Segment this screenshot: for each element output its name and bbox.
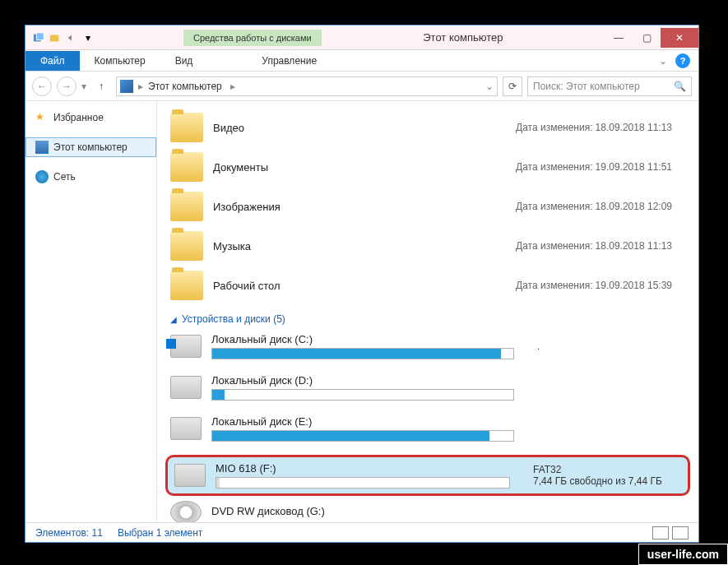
history-dropdown-icon[interactable]: ▾ xyxy=(81,81,86,92)
address-dropdown-icon[interactable]: ⌄ xyxy=(485,81,494,92)
drive-meta: FAT32 7,44 ГБ свободно из 7,44 ГБ xyxy=(533,464,681,487)
pc-icon xyxy=(35,141,49,154)
pc-icon xyxy=(120,80,133,93)
list-item[interactable]: Видео Дата изменения: 18.09.2018 11:13 xyxy=(170,108,685,147)
breadcrumb[interactable]: Этот компьютер xyxy=(148,81,222,92)
drive-meta: . xyxy=(537,341,685,351)
properties-icon[interactable] xyxy=(32,31,45,44)
sidebar-item-favorites[interactable]: ★ Избранное xyxy=(26,108,156,127)
tab-file[interactable]: Файл xyxy=(26,51,80,71)
sidebar-item-network[interactable]: Сеть xyxy=(26,167,156,187)
explorer-window: ▾ Средства работы с дисками Этот компьют… xyxy=(25,25,699,543)
back-button[interactable]: ← xyxy=(32,76,52,96)
window-title: Этот компьютер xyxy=(322,31,605,44)
list-item[interactable]: Документы Дата изменения: 19.09.2018 11:… xyxy=(170,147,685,187)
drive-filesystem: FAT32 xyxy=(533,464,681,475)
folder-icon xyxy=(170,271,203,300)
details-view-button[interactable] xyxy=(652,526,669,540)
svg-rect-2 xyxy=(50,35,59,41)
search-icon[interactable]: 🔍 xyxy=(674,81,686,92)
network-icon xyxy=(35,170,49,183)
drive-item-selected[interactable]: MIO 618 (F:) FAT32 7,44 ГБ свободно из 7… xyxy=(165,455,690,496)
group-header-devices[interactable]: ◢ Устройства и диски (5) xyxy=(170,305,685,330)
capacity-bar xyxy=(216,477,510,489)
up-button[interactable]: ↑ xyxy=(91,76,111,96)
drive-item[interactable]: Локальный диск (D:) xyxy=(170,371,685,412)
capacity-bar xyxy=(211,348,514,359)
drive-icon xyxy=(174,464,206,487)
folder-icon xyxy=(170,231,203,261)
sidebar-item-label: Избранное xyxy=(53,112,104,123)
search-input[interactable]: Поиск: Этот компьютер 🔍 xyxy=(527,76,692,96)
ribbon-expand-icon[interactable]: ⌄ xyxy=(659,55,667,67)
status-bar: Элементов: 11 Выбран 1 элемент xyxy=(26,522,698,542)
content-area: ★ Избранное Этот компьютер Сеть Видео Да… xyxy=(26,101,698,522)
item-name: Видео xyxy=(213,122,244,134)
tiles-view-button[interactable] xyxy=(672,526,689,540)
folder-icon xyxy=(170,192,203,221)
watermark: user-life.com xyxy=(638,544,728,565)
search-placeholder: Поиск: Этот компьютер xyxy=(533,81,640,92)
drive-icon xyxy=(170,335,202,358)
drive-name: MIO 618 (F:) xyxy=(216,462,510,475)
sidebar-item-this-pc[interactable]: Этот компьютер xyxy=(26,137,156,157)
list-item[interactable]: Изображения Дата изменения: 18.09.2018 1… xyxy=(170,187,685,226)
drive-icon xyxy=(170,417,202,440)
new-folder-icon[interactable] xyxy=(49,31,62,44)
item-name: Документы xyxy=(213,161,268,174)
quick-access-toolbar: ▾ xyxy=(26,31,101,44)
folder-icon xyxy=(170,113,203,142)
ribbon-tabs: Файл Компьютер Вид Управление ⌄ ? xyxy=(26,50,698,72)
status-selected-count: Выбран 1 элемент xyxy=(118,527,202,539)
undo-icon[interactable] xyxy=(65,31,78,44)
breadcrumb-separator[interactable]: ▸ xyxy=(138,81,143,92)
capacity-bar xyxy=(211,430,514,442)
sidebar-item-label: Сеть xyxy=(53,171,76,183)
dvd-icon xyxy=(170,501,202,522)
item-date: Дата изменения: 18.09.2018 11:13 xyxy=(516,240,685,252)
item-date: Дата изменения: 19.09.2018 15:39 xyxy=(516,280,685,291)
sidebar-item-label: Этот компьютер xyxy=(53,141,128,153)
address-bar[interactable]: ▸ Этот компьютер ▸ ⌄ xyxy=(116,76,498,96)
tab-computer[interactable]: Компьютер xyxy=(80,51,160,71)
close-button[interactable]: ✕ xyxy=(661,28,698,48)
drive-item[interactable]: DVD RW дисковод (G:) xyxy=(170,498,685,522)
forward-button[interactable]: → xyxy=(57,76,77,96)
item-date: Дата изменения: 19.09.2018 11:51 xyxy=(516,161,685,173)
navigation-bar: ← → ▾ ↑ ▸ Этот компьютер ▸ ⌄ ⟳ Поиск: Эт… xyxy=(26,72,698,101)
item-date: Дата изменения: 18.09.2018 12:09 xyxy=(516,201,685,212)
refresh-button[interactable]: ⟳ xyxy=(503,76,522,96)
maximize-button[interactable]: ▢ xyxy=(633,28,661,48)
file-list: Видео Дата изменения: 18.09.2018 11:13 Д… xyxy=(157,101,698,522)
titlebar: ▾ Средства работы с дисками Этот компьют… xyxy=(26,25,698,50)
breadcrumb-separator[interactable]: ▸ xyxy=(230,81,235,92)
capacity-bar xyxy=(211,389,514,401)
help-icon[interactable]: ? xyxy=(675,53,690,68)
navigation-pane: ★ Избранное Этот компьютер Сеть xyxy=(26,101,157,522)
context-tab-disk-tools[interactable]: Средства работы с дисками xyxy=(183,30,322,46)
item-name: Рабочий стол xyxy=(213,280,281,292)
group-label: Устройства и диски (5) xyxy=(182,313,285,325)
drive-icon xyxy=(170,376,202,399)
drive-name: Локальный диск (C:) xyxy=(211,333,514,345)
drive-free-space: 7,44 ГБ свободно из 7,44 ГБ xyxy=(533,475,681,487)
drive-item[interactable]: Локальный диск (E:) xyxy=(170,412,685,453)
minimize-button[interactable]: — xyxy=(605,28,633,48)
drive-name: Локальный диск (D:) xyxy=(211,374,514,387)
svg-rect-1 xyxy=(36,32,44,39)
chevron-down-icon: ◢ xyxy=(170,315,177,324)
folder-icon xyxy=(170,152,203,182)
window-controls: — ▢ ✕ xyxy=(605,28,698,48)
item-name: Изображения xyxy=(213,201,281,213)
list-item[interactable]: Музыка Дата изменения: 18.09.2018 11:13 xyxy=(170,226,685,266)
tab-manage[interactable]: Управление xyxy=(247,51,332,71)
status-item-count: Элементов: 11 xyxy=(35,527,103,539)
qat-dropdown-icon[interactable]: ▾ xyxy=(81,31,95,44)
drive-name: DVD RW дисковод (G:) xyxy=(211,505,685,517)
item-name: Музыка xyxy=(213,240,251,252)
drive-name: Локальный диск (E:) xyxy=(211,415,514,428)
item-date: Дата изменения: 18.09.2018 11:13 xyxy=(516,122,685,133)
drive-item[interactable]: Локальный диск (C:) . xyxy=(170,330,685,371)
list-item[interactable]: Рабочий стол Дата изменения: 19.09.2018 … xyxy=(170,266,685,305)
tab-view[interactable]: Вид xyxy=(160,51,208,71)
